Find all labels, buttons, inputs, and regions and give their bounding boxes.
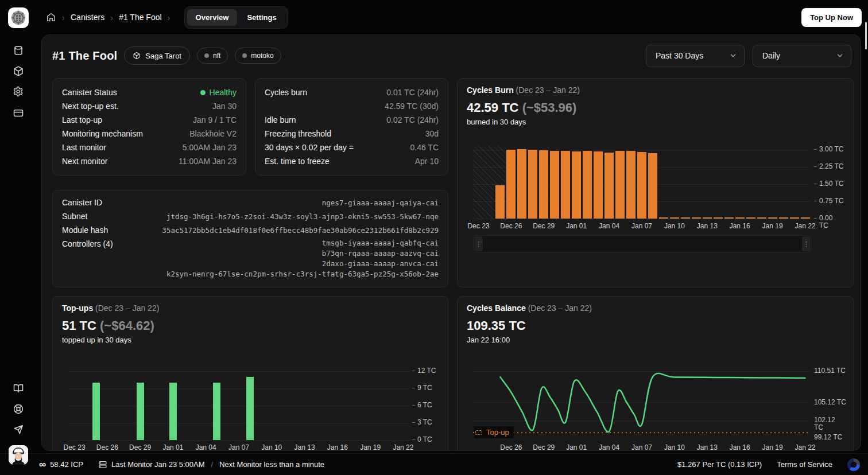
tag-nft[interactable]: nft — [197, 48, 228, 64]
scrollbar-thumb[interactable] — [865, 22, 867, 49]
projects-cube-icon[interactable] — [13, 65, 24, 77]
row-value: Blackhole V2 — [189, 129, 237, 138]
terms-of-service-link[interactable]: Terms of Service — [777, 460, 832, 469]
cycles-burn-bar[interactable] — [648, 153, 657, 219]
monitor-stack-icon — [98, 460, 107, 469]
project-badge[interactable]: Saga Tarot — [124, 46, 190, 65]
top-ups-bar[interactable] — [169, 383, 177, 440]
top-ups-bar[interactable] — [246, 377, 254, 440]
tag-motoko[interactable]: motoko — [235, 48, 281, 64]
cycles-burn-bar[interactable] — [495, 185, 505, 219]
project-badge-label: Saga Tarot — [145, 52, 181, 60]
cycles-burn-bar[interactable] — [550, 151, 559, 219]
identity-value[interactable]: jtdsg-3h6gi-hs7o5-z2soi-43w3z-soyl3-ajnp… — [166, 211, 439, 223]
cycles-burn-bar[interactable] — [572, 151, 581, 219]
cycles-burn-bar[interactable] — [615, 151, 625, 219]
row-value: 42.59 TC (30d) — [385, 102, 439, 111]
x-tick-label: Jan 01 — [162, 443, 183, 451]
big-value: 42.59 TC — [467, 100, 519, 115]
topups-plot-area[interactable] — [69, 368, 409, 440]
cycles-burn-bar[interactable] — [724, 217, 734, 219]
cycles-burn-bar[interactable] — [594, 151, 603, 219]
identity-value[interactable]: 35ac5172bb5dc1eb4df018f0e6ffbecc48b9fae3… — [162, 224, 439, 236]
x-tick-label: Jan 04 — [196, 443, 216, 451]
x-tick-label: Dec 26 — [500, 443, 522, 451]
cycles-burn-bar[interactable] — [735, 217, 745, 219]
cycles-burn-bar[interactable] — [703, 217, 712, 219]
tag-dot-icon — [204, 53, 209, 58]
settings-gear-icon[interactable] — [13, 86, 24, 98]
cycles-burn-bar[interactable] — [539, 150, 548, 219]
cycles-burn-bar[interactable] — [604, 153, 614, 219]
view-tabs: Overview Settings — [184, 6, 288, 29]
burn-chart-brush[interactable]: ⋮ ⋮ — [473, 235, 812, 252]
breadcrumb-chevron: › — [168, 13, 170, 22]
chart-range-label: (Dec 23 – Jan 22) — [528, 303, 592, 313]
top-ups-bar[interactable] — [213, 383, 220, 440]
tab-settings[interactable]: Settings — [238, 9, 285, 26]
burn-x-axis: Dec 23Dec 26Dec 29Jan 01Jan 04Jan 07Jan … — [473, 222, 811, 230]
icp-balance-group[interactable]: ∞ 58.42 ICP — [39, 459, 83, 470]
balance-line-chart[interactable] — [473, 365, 811, 440]
cycles-burn-bar[interactable] — [746, 217, 755, 219]
cycles-burn-bar[interactable] — [801, 217, 810, 219]
x-tick-label: Jan 13 — [697, 222, 718, 230]
brush-handle-right[interactable]: ⋮ — [802, 236, 811, 251]
top-up-legend-chip: Top-up — [474, 426, 514, 438]
cycles-burn-bar[interactable] — [714, 217, 723, 219]
top-ups-bar[interactable] — [137, 383, 144, 440]
breadcrumb-canisters[interactable]: Canisters — [71, 13, 104, 22]
granularity-dropdown[interactable]: Daily — [753, 45, 851, 67]
cycles-burn-bar[interactable] — [659, 217, 668, 219]
identity-value[interactable]: nges7-giaaa-aaaaj-qaiya-cai — [322, 197, 439, 209]
breadcrumb-canister-name[interactable]: #1 The Fool — [119, 13, 161, 22]
identity-value[interactable]: tmsgb-iyaaa-aaaaj-qabfq-caib73qn-rqaaa-a… — [166, 238, 439, 279]
billing-card-icon[interactable] — [13, 107, 24, 119]
cycles-burn-bar[interactable] — [670, 217, 679, 219]
y-tick-label: 105.12 TC — [814, 399, 846, 406]
canisters-icon[interactable] — [13, 45, 24, 56]
cycles-burn-bar[interactable] — [692, 217, 701, 219]
burn-plot-area[interactable] — [473, 146, 811, 219]
cycles-burn-bar[interactable] — [779, 217, 788, 219]
docs-book-icon[interactable] — [13, 383, 24, 394]
app-logo[interactable] — [8, 7, 29, 28]
support-lifebuoy-icon[interactable] — [13, 403, 24, 415]
cycles-burn-bar[interactable] — [517, 149, 526, 219]
burn-info-row: 42.59 TC (30d) — [265, 99, 439, 113]
canister-identity-card: Canister IDnges7-giaaa-aaaaj-qaiya-caiSu… — [52, 190, 448, 287]
chart-big-value: 51 TC (~$64.62) — [62, 318, 154, 333]
x-tick-label: Jan 10 — [664, 222, 685, 230]
cycles-burn-bar[interactable] — [561, 151, 570, 219]
row-label: Cycles burn — [265, 88, 307, 97]
x-tick-label: Jan 19 — [762, 222, 783, 230]
row-label: Freezing threshold — [265, 129, 331, 138]
balance-plot-area[interactable]: Top-up — [473, 365, 811, 440]
cycles-burn-bar[interactable] — [637, 152, 646, 219]
chart-title-text: Top-ups — [62, 303, 93, 313]
cycles-burn-bar[interactable] — [506, 150, 516, 219]
feedback-send-icon[interactable] — [13, 424, 24, 435]
home-icon[interactable] — [46, 12, 56, 22]
cycles-burn-bar[interactable] — [768, 217, 777, 219]
cycles-burn-bar[interactable] — [583, 151, 592, 219]
x-tick-label: Jan 16 — [327, 443, 348, 451]
balance-line — [500, 373, 805, 432]
brush-handle-left[interactable]: ⋮ — [474, 236, 483, 251]
row-label: Monitoring mechanism — [62, 129, 143, 138]
cycles-burn-bar[interactable] — [681, 217, 690, 219]
gridline — [69, 371, 409, 372]
big-value-usd: (~$64.62) — [100, 318, 154, 333]
cycles-burn-bar[interactable] — [528, 150, 537, 219]
range-dropdown[interactable]: Past 30 Days — [646, 45, 745, 67]
y-tick-label: 99.12 TC — [814, 434, 842, 441]
user-avatar[interactable] — [9, 445, 28, 465]
top-up-now-button[interactable]: Top Up Now — [801, 8, 862, 27]
tab-overview[interactable]: Overview — [187, 9, 238, 26]
top-ups-bar[interactable] — [92, 383, 100, 440]
cycles-burn-bar[interactable] — [757, 217, 766, 219]
cycles-burn-bar[interactable] — [790, 217, 799, 219]
status-disc-icon[interactable] — [847, 458, 860, 471]
cycles-burn-bar[interactable] — [626, 151, 636, 219]
y-tick-label: 0.00 TC — [814, 215, 832, 229]
